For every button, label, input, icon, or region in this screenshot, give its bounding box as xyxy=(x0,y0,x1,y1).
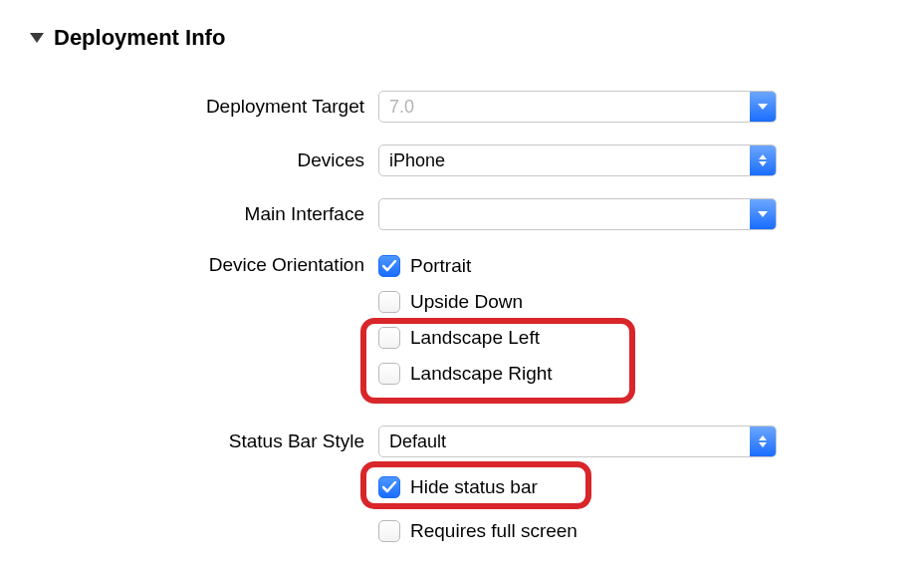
checkbox-icon xyxy=(378,363,400,385)
deployment-target-value: 7.0 xyxy=(379,97,750,118)
checkbox-icon xyxy=(378,255,400,277)
requires-full-screen-row: Requires full screen xyxy=(30,517,894,545)
status-bar-style-popup[interactable]: Default xyxy=(378,426,777,457)
hide-status-bar-checkbox[interactable]: Hide status bar xyxy=(378,473,538,501)
devices-popup[interactable]: iPhone xyxy=(378,144,777,176)
chevron-down-icon xyxy=(750,199,776,229)
status-bar-style-row: Status Bar Style Default xyxy=(30,426,894,457)
orientation-portrait[interactable]: Portrait xyxy=(378,252,553,280)
section-title: Deployment Info xyxy=(54,25,225,51)
devices-label: Devices xyxy=(30,149,378,171)
devices-row: Devices iPhone xyxy=(30,144,894,176)
devices-value: iPhone xyxy=(379,150,750,171)
orientation-portrait-label: Portrait xyxy=(410,255,471,277)
main-interface-combo[interactable] xyxy=(378,198,777,230)
deployment-target-label: Deployment Target xyxy=(30,96,378,118)
orientation-upside-down-label: Upside Down xyxy=(410,291,523,313)
orientation-row: Device Orientation Portrait Upside Down xyxy=(30,252,894,388)
disclosure-triangle-icon xyxy=(30,33,44,43)
checkbox-icon xyxy=(378,327,400,349)
deployment-target-row: Deployment Target 7.0 xyxy=(30,91,894,123)
orientation-upside-down[interactable]: Upside Down xyxy=(378,288,553,316)
status-bar-style-value: Default xyxy=(379,431,750,452)
updown-chevron-icon xyxy=(750,426,776,456)
chevron-down-icon xyxy=(750,92,776,122)
checkbox-icon xyxy=(378,476,400,498)
checkbox-icon xyxy=(378,520,400,542)
hide-status-bar-label: Hide status bar xyxy=(410,476,538,498)
checkbox-icon xyxy=(378,291,400,313)
orientation-landscape-left-label: Landscape Left xyxy=(410,327,540,349)
section-header[interactable]: Deployment Info xyxy=(30,25,894,51)
main-interface-label: Main Interface xyxy=(30,203,378,225)
orientation-landscape-left[interactable]: Landscape Left xyxy=(378,324,553,352)
deployment-target-combo[interactable]: 7.0 xyxy=(378,91,777,123)
status-bar-style-label: Status Bar Style xyxy=(30,430,378,452)
hide-status-bar-row: Hide status bar xyxy=(30,473,894,501)
orientation-label: Device Orientation xyxy=(30,252,378,276)
updown-chevron-icon xyxy=(750,145,776,175)
main-interface-row: Main Interface xyxy=(30,198,894,230)
requires-full-screen-label: Requires full screen xyxy=(410,520,578,542)
requires-full-screen-checkbox[interactable]: Requires full screen xyxy=(378,517,578,545)
orientation-landscape-right-label: Landscape Right xyxy=(410,363,553,385)
orientation-landscape-right[interactable]: Landscape Right xyxy=(378,360,553,388)
